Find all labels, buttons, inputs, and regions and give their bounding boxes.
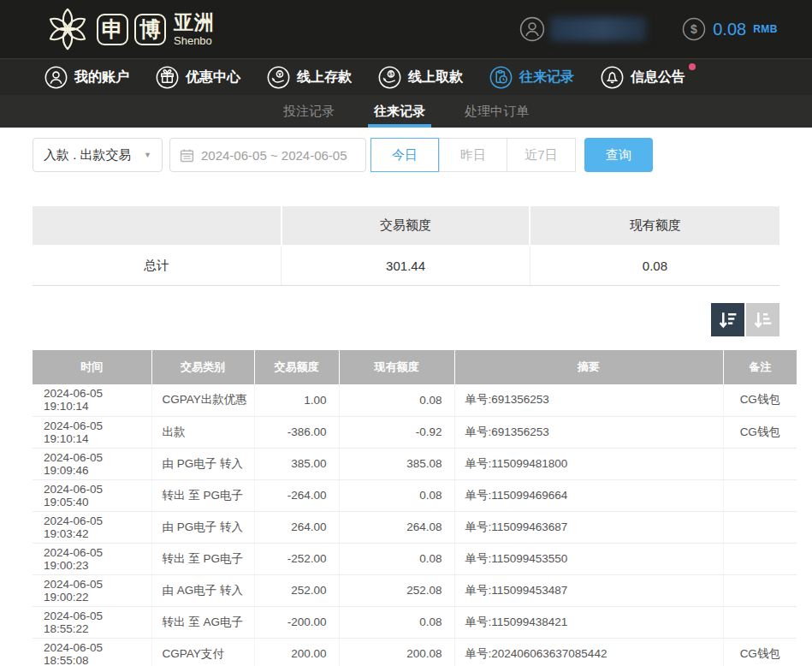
cell-transaction-type: 转出 至 PG电子 <box>151 479 254 511</box>
nav-item-online-withdrawal[interactable]: $ 线上取款 <box>378 66 463 89</box>
cell-note <box>723 479 797 511</box>
quick-range-group: 今日 昨日 近7日 <box>370 138 576 172</box>
calendar-icon <box>180 148 194 163</box>
tab-transaction-records[interactable]: 往来记录 <box>374 95 425 128</box>
brand-char-bo: 博 <box>134 14 166 45</box>
gift-icon <box>156 66 179 89</box>
sort-descending-button[interactable] <box>711 303 744 336</box>
cell-time: 2024-06-05 19:09:46 <box>33 448 151 479</box>
cell-note <box>723 448 797 479</box>
table-row: 2024-06-05 19:10:14 出款 -386.00 -0.92 单号:… <box>33 416 797 448</box>
nav-label: 优惠中心 <box>186 68 240 86</box>
user-icon <box>519 16 545 42</box>
quick-range-label: 昨日 <box>460 147 486 164</box>
tab-pending-orders[interactable]: 处理中订单 <box>465 95 529 128</box>
cell-note <box>723 543 797 574</box>
balance-currency: RMB <box>753 23 778 35</box>
last-7-days-button[interactable]: 近7日 <box>507 138 576 172</box>
cell-note <box>723 574 797 606</box>
cell-note: CG钱包 <box>723 384 797 416</box>
table-row: 2024-06-05 19:00:23 转出 至 PG电子 -252.00 0.… <box>33 543 797 574</box>
tab-label: 处理中订单 <box>465 104 529 120</box>
nav-label: 往来记录 <box>519 68 574 86</box>
top-bar: 申 博 亚洲 Shenbo <box>0 0 812 58</box>
main-navigation: 我的账户 优惠中心 <box>0 58 812 95</box>
cell-note: CG钱包 <box>723 638 797 666</box>
cell-current-balance: 385.08 <box>339 448 454 479</box>
redacted-username <box>550 17 646 41</box>
sort-ascending-button[interactable] <box>746 303 779 336</box>
cell-time: 2024-06-05 18:55:22 <box>33 606 151 638</box>
yesterday-button[interactable]: 昨日 <box>439 138 507 172</box>
cell-transaction-amount: 252.00 <box>254 574 339 606</box>
table-row: 2024-06-05 18:55:22 转出 至 AG电子 -200.00 0.… <box>33 606 797 638</box>
cell-transaction-type: 转出 至 AG电子 <box>151 606 254 638</box>
nav-item-online-deposit[interactable]: 线上存款 <box>267 66 352 89</box>
sub-navigation: 投注记录 往来记录 处理中订单 <box>0 95 812 128</box>
cell-summary: 单号:115099453487 <box>454 574 723 606</box>
cell-transaction-type: 由 AG电子 转入 <box>151 574 254 606</box>
selected-transaction-type: 入款 . 出款交易 <box>44 147 132 164</box>
summary-total-label: 总计 <box>33 246 282 286</box>
header-time: 时间 <box>33 350 151 384</box>
nav-item-announcements[interactable]: 信息公告 <box>601 66 685 89</box>
query-button[interactable]: 查询 <box>584 138 653 172</box>
dollar-coin-icon: $ <box>682 17 706 41</box>
tab-betting-records[interactable]: 投注记录 <box>283 95 335 128</box>
table-row: 2024-06-05 19:10:14 CGPAY出款优惠 1.00 0.08 … <box>33 384 797 416</box>
cell-current-balance: -0.92 <box>339 416 454 448</box>
table-row: 2024-06-05 19:09:46 由 PG电子 转入 385.00 385… <box>33 448 797 479</box>
summary-header-balance: 现有额度 <box>530 206 779 246</box>
transactions-header-row: 时间 交易类别 交易额度 现有额度 摘要 备注 <box>33 350 797 384</box>
user-icon <box>44 66 68 89</box>
cell-current-balance: 0.08 <box>339 606 454 638</box>
svg-text:$: $ <box>389 70 393 77</box>
cell-note <box>723 511 797 543</box>
quick-range-label: 近7日 <box>525 147 557 164</box>
cell-transaction-type: 由 PG电子 转入 <box>151 511 254 543</box>
user-account-chip[interactable] <box>519 16 646 42</box>
cell-time: 2024-06-05 19:00:23 <box>33 543 151 574</box>
withdraw-icon: $ <box>378 66 401 89</box>
cell-transaction-type: CGPAY支付 <box>151 638 254 666</box>
cell-transaction-amount: -386.00 <box>254 416 339 448</box>
cell-transaction-type: CGPAY出款优惠 <box>151 384 254 416</box>
summary-header-row: 交易额度 现有额度 <box>33 206 779 246</box>
summary-balance-total: 0.08 <box>530 246 779 286</box>
today-button[interactable]: 今日 <box>370 138 439 172</box>
brand-char-shen: 申 <box>97 14 128 45</box>
cell-current-balance: 264.08 <box>339 511 454 543</box>
date-range-input[interactable]: 2024-06-05 ~ 2024-06-05 <box>169 138 366 172</box>
transactions-table: 时间 交易类别 交易额度 现有额度 摘要 备注 2024-06-05 19:10… <box>33 350 797 666</box>
cell-summary: 单号:202406063637085442 <box>454 638 723 666</box>
balance-amount: 0.08 <box>713 20 746 39</box>
summary-header-transaction: 交易额度 <box>282 206 530 246</box>
nav-item-transaction-records[interactable]: 往来记录 <box>489 66 574 89</box>
cell-time: 2024-06-05 18:55:08 <box>33 638 151 666</box>
notification-dot <box>689 63 696 70</box>
cell-summary: 单号:115099453550 <box>454 543 723 574</box>
cell-time: 2024-06-05 19:00:22 <box>33 574 151 606</box>
table-row: 2024-06-05 19:05:40 转出 至 PG电子 -264.00 0.… <box>33 479 797 511</box>
cell-current-balance: 200.08 <box>339 638 454 666</box>
summary-header-empty <box>33 206 282 246</box>
cell-transaction-amount: -200.00 <box>254 606 339 638</box>
nav-item-my-account[interactable]: 我的账户 <box>44 66 129 89</box>
cell-summary: 单号:115099438421 <box>454 606 723 638</box>
cell-transaction-amount: 264.00 <box>254 511 339 543</box>
balance-display: $ 0.08 RMB <box>682 17 778 41</box>
header-note: 备注 <box>723 350 797 384</box>
bell-icon <box>601 66 624 89</box>
transaction-type-select[interactable]: 入款 . 出款交易 ▼ <box>33 138 163 172</box>
nav-item-promotions[interactable]: 优惠中心 <box>156 66 240 89</box>
cell-transaction-type: 出款 <box>151 416 254 448</box>
cell-summary: 单号:115099469664 <box>454 479 723 511</box>
quick-range-label: 今日 <box>392 147 418 164</box>
cell-time: 2024-06-05 19:03:42 <box>33 511 151 543</box>
cell-transaction-type: 转出 至 PG电子 <box>151 543 254 574</box>
cell-summary: 单号:691356253 <box>454 384 723 416</box>
cell-summary: 单号:115099463687 <box>454 511 723 543</box>
cell-transaction-type: 由 PG电子 转入 <box>151 448 254 479</box>
summary-table: 交易额度 现有额度 总计 301.44 0.08 <box>33 206 779 286</box>
table-row: 2024-06-05 19:00:22 由 AG电子 转入 252.00 252… <box>33 574 797 606</box>
